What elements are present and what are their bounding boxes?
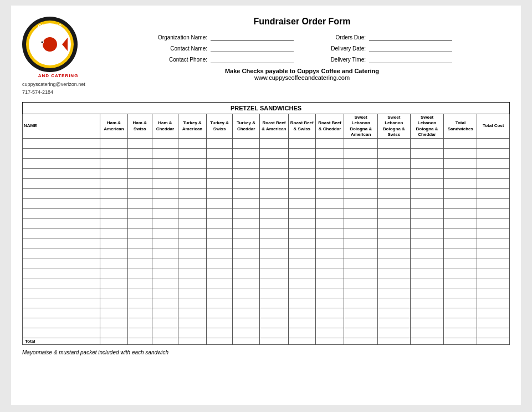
quantity-cell[interactable] bbox=[477, 159, 510, 169]
quantity-cell[interactable] bbox=[288, 278, 315, 288]
quantity-cell[interactable] bbox=[127, 318, 152, 328]
table-row[interactable] bbox=[23, 179, 510, 189]
quantity-cell[interactable] bbox=[178, 268, 206, 278]
quantity-cell[interactable] bbox=[288, 149, 315, 159]
quantity-cell[interactable] bbox=[207, 139, 233, 149]
quantity-cell[interactable] bbox=[315, 149, 344, 159]
quantity-cell[interactable] bbox=[444, 238, 477, 248]
quantity-cell[interactable] bbox=[152, 208, 178, 218]
quantity-cell[interactable] bbox=[444, 298, 477, 308]
quantity-cell[interactable] bbox=[444, 328, 477, 338]
quantity-cell[interactable] bbox=[444, 179, 477, 189]
quantity-cell[interactable] bbox=[410, 318, 444, 328]
quantity-cell[interactable] bbox=[178, 159, 206, 169]
name-cell[interactable] bbox=[23, 228, 100, 238]
quantity-cell[interactable] bbox=[444, 139, 477, 149]
quantity-cell[interactable] bbox=[233, 258, 260, 268]
quantity-cell[interactable] bbox=[315, 189, 344, 199]
quantity-cell[interactable] bbox=[178, 199, 206, 208]
quantity-cell[interactable] bbox=[444, 169, 477, 179]
quantity-cell[interactable] bbox=[233, 218, 260, 228]
quantity-cell[interactable] bbox=[410, 199, 444, 208]
quantity-cell[interactable] bbox=[127, 169, 152, 179]
quantity-cell[interactable] bbox=[378, 318, 411, 328]
quantity-cell[interactable] bbox=[378, 179, 411, 189]
quantity-cell[interactable] bbox=[288, 268, 315, 278]
quantity-cell[interactable] bbox=[127, 238, 152, 248]
quantity-cell[interactable] bbox=[152, 218, 178, 228]
quantity-cell[interactable] bbox=[315, 288, 344, 298]
quantity-cell[interactable] bbox=[127, 218, 152, 228]
name-cell[interactable] bbox=[23, 139, 100, 149]
quantity-cell[interactable] bbox=[100, 228, 127, 238]
quantity-cell[interactable] bbox=[260, 268, 288, 278]
quantity-cell[interactable] bbox=[207, 169, 233, 179]
quantity-cell[interactable] bbox=[127, 248, 152, 258]
quantity-cell[interactable] bbox=[178, 189, 206, 199]
quantity-cell[interactable] bbox=[178, 278, 206, 288]
quantity-cell[interactable] bbox=[178, 288, 206, 298]
quantity-cell[interactable] bbox=[152, 238, 178, 248]
quantity-cell[interactable] bbox=[178, 248, 206, 258]
quantity-cell[interactable] bbox=[477, 139, 510, 149]
name-cell[interactable] bbox=[23, 318, 100, 328]
quantity-cell[interactable] bbox=[127, 328, 152, 338]
quantity-cell[interactable] bbox=[260, 208, 288, 218]
quantity-cell[interactable] bbox=[444, 278, 477, 288]
quantity-cell[interactable] bbox=[344, 149, 378, 159]
name-cell[interactable] bbox=[23, 208, 100, 218]
quantity-cell[interactable] bbox=[127, 228, 152, 238]
quantity-cell[interactable] bbox=[444, 318, 477, 328]
quantity-cell[interactable] bbox=[288, 288, 315, 298]
quantity-cell[interactable] bbox=[100, 328, 127, 338]
quantity-cell[interactable] bbox=[260, 169, 288, 179]
quantity-cell[interactable] bbox=[477, 328, 510, 338]
quantity-cell[interactable] bbox=[444, 159, 477, 169]
quantity-cell[interactable] bbox=[127, 268, 152, 278]
quantity-cell[interactable] bbox=[207, 248, 233, 258]
quantity-cell[interactable] bbox=[410, 169, 444, 179]
quantity-cell[interactable] bbox=[477, 228, 510, 238]
quantity-cell[interactable] bbox=[152, 268, 178, 278]
table-row[interactable] bbox=[23, 228, 510, 238]
quantity-cell[interactable] bbox=[444, 208, 477, 218]
quantity-cell[interactable] bbox=[477, 318, 510, 328]
quantity-cell[interactable] bbox=[344, 159, 378, 169]
quantity-cell[interactable] bbox=[260, 189, 288, 199]
quantity-cell[interactable] bbox=[152, 278, 178, 288]
name-cell[interactable] bbox=[23, 268, 100, 278]
quantity-cell[interactable] bbox=[100, 298, 127, 308]
quantity-cell[interactable] bbox=[288, 159, 315, 169]
quantity-cell[interactable] bbox=[260, 258, 288, 268]
contact-phone-input[interactable] bbox=[211, 55, 294, 63]
quantity-cell[interactable] bbox=[260, 218, 288, 228]
quantity-cell[interactable] bbox=[315, 308, 344, 318]
quantity-cell[interactable] bbox=[233, 318, 260, 328]
orders-due-input[interactable] bbox=[369, 33, 452, 41]
quantity-cell[interactable] bbox=[100, 159, 127, 169]
quantity-cell[interactable] bbox=[288, 139, 315, 149]
quantity-cell[interactable] bbox=[378, 248, 411, 258]
quantity-cell[interactable] bbox=[315, 218, 344, 228]
quantity-cell[interactable] bbox=[288, 169, 315, 179]
quantity-cell[interactable] bbox=[315, 228, 344, 238]
name-cell[interactable] bbox=[23, 218, 100, 228]
quantity-cell[interactable] bbox=[233, 149, 260, 159]
quantity-cell[interactable] bbox=[410, 308, 444, 318]
quantity-cell[interactable] bbox=[344, 248, 378, 258]
quantity-cell[interactable] bbox=[260, 328, 288, 338]
quantity-cell[interactable] bbox=[100, 288, 127, 298]
quantity-cell[interactable] bbox=[100, 199, 127, 208]
quantity-cell[interactable] bbox=[127, 139, 152, 149]
quantity-cell[interactable] bbox=[100, 208, 127, 218]
quantity-cell[interactable] bbox=[233, 268, 260, 278]
table-row[interactable] bbox=[23, 288, 510, 298]
quantity-cell[interactable] bbox=[444, 228, 477, 238]
table-row[interactable] bbox=[23, 139, 510, 149]
quantity-cell[interactable] bbox=[288, 298, 315, 308]
quantity-cell[interactable] bbox=[233, 278, 260, 288]
name-cell[interactable] bbox=[23, 199, 100, 208]
name-cell[interactable] bbox=[23, 149, 100, 159]
quantity-cell[interactable] bbox=[152, 159, 178, 169]
quantity-cell[interactable] bbox=[207, 288, 233, 298]
